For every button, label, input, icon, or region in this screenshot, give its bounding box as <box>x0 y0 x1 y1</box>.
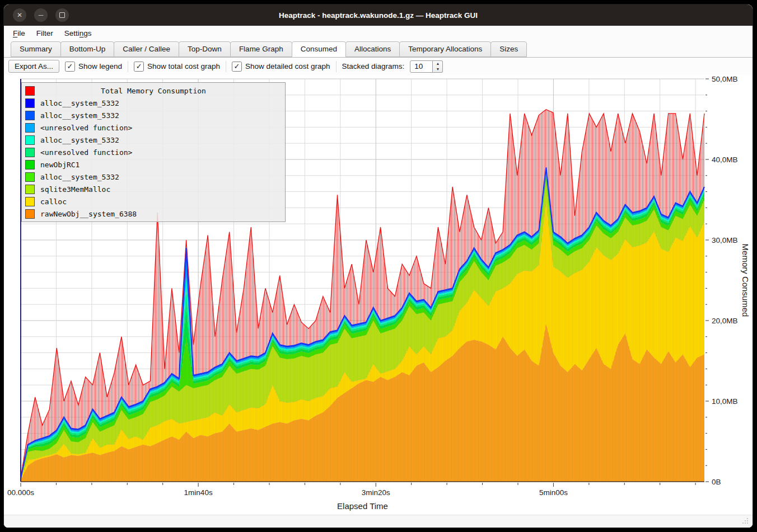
stacked-diagrams-spinbox[interactable]: 10 ▲ ▼ <box>410 60 443 73</box>
legend-item: alloc__system_5332 <box>22 97 285 109</box>
spin-down-icon[interactable]: ▼ <box>433 67 442 72</box>
spinbox-value[interactable]: 10 <box>410 60 433 73</box>
legend-title: Total Memory Consumption <box>40 87 267 95</box>
toolbar: Export As... ✓Show legend✓Show total cos… <box>4 58 753 75</box>
legend-item-label: alloc__system_5332 <box>40 136 119 144</box>
legend-item-label: <unresolved function> <box>40 148 132 157</box>
svg-text:50,0MB: 50,0MB <box>712 75 738 83</box>
legend-item: alloc__system_5332 <box>22 134 285 146</box>
tab-summary[interactable]: Summary <box>11 41 61 57</box>
legend-swatch <box>25 209 35 219</box>
legend-item-label: rawNewObj__system_6388 <box>40 210 137 218</box>
spin-up-icon[interactable]: ▲ <box>433 61 442 67</box>
app-window: ✕ ─ Heaptrack - heaptrack.wakunode.1.gz … <box>3 4 753 528</box>
legend-title-row: Total Memory Consumption <box>22 84 285 97</box>
legend-swatch <box>25 111 35 120</box>
svg-text:5min00s: 5min00s <box>539 488 568 497</box>
legend-swatch <box>25 135 35 145</box>
legend-item: newObjRC1 <box>22 158 285 171</box>
legend-swatch <box>25 98 35 108</box>
legend-item: calloc <box>22 195 285 208</box>
svg-text:1min40s: 1min40s <box>184 488 213 497</box>
legend-swatch <box>25 172 35 182</box>
svg-text:00.000s: 00.000s <box>7 488 34 497</box>
legend-item-label: alloc__system_5332 <box>40 99 119 107</box>
checkbox-box[interactable]: ✓ <box>65 62 75 72</box>
legend-item: <unresolved function> <box>22 121 285 134</box>
menu-item-file[interactable]: File <box>7 27 31 39</box>
minimize-icon: ─ <box>39 12 44 18</box>
menu-item-settings[interactable]: Settings <box>59 27 97 39</box>
menu-item-filter[interactable]: Filter <box>31 27 59 39</box>
legend-item-label: alloc__system_5332 <box>40 111 119 120</box>
legend-item-label: <unresolved function> <box>40 124 132 132</box>
legend-swatch <box>25 185 35 194</box>
checkbox-label: Show total cost graph <box>147 62 220 70</box>
legend-swatch <box>25 160 35 170</box>
tab-top-down[interactable]: Top-Down <box>179 41 231 57</box>
maximize-icon <box>59 12 65 18</box>
svg-text:Elapsed Time: Elapsed Time <box>337 501 388 511</box>
stacked-diagrams-label: Stacked diagrams: <box>342 62 405 70</box>
maximize-button[interactable] <box>55 8 69 22</box>
toolbar-separator <box>128 61 128 72</box>
svg-text:10,0MB: 10,0MB <box>712 397 738 406</box>
menu-bar: FileFilterSettings <box>4 26 753 40</box>
svg-text:20,0MB: 20,0MB <box>712 317 738 325</box>
checkbox-label: Show legend <box>78 62 122 70</box>
legend-swatch <box>25 197 35 206</box>
legend-item-label: calloc <box>40 197 67 206</box>
legend-item: alloc__system_5332 <box>22 171 285 183</box>
tab-temporary-allocations[interactable]: Temporary Allocations <box>399 41 491 57</box>
toolbar-separator <box>226 61 226 72</box>
tab-flame-graph[interactable]: Flame Graph <box>230 41 292 57</box>
legend-item: <unresolved function> <box>22 146 285 158</box>
svg-text:Memory Consumed: Memory Consumed <box>741 244 750 317</box>
toolbar-separator <box>336 61 337 72</box>
svg-text:0B: 0B <box>712 478 721 486</box>
tab-bottom-up[interactable]: Bottom-Up <box>60 41 115 57</box>
legend-item-label: sqlite3MemMalloc <box>40 185 110 194</box>
close-icon: ✕ <box>17 12 22 18</box>
svg-text:30,0MB: 30,0MB <box>712 236 738 244</box>
checkbox-show-detailed-cost-graph[interactable]: ✓Show detailed cost graph <box>232 62 330 72</box>
window-title: Heaptrack - heaptrack.wakunode.1.gz — He… <box>4 11 753 20</box>
chart-legend: Total Memory Consumptionalloc__system_53… <box>21 82 286 222</box>
tab-allocations[interactable]: Allocations <box>345 41 400 57</box>
legend-swatch <box>25 148 35 157</box>
legend-swatch <box>25 86 35 96</box>
checkbox-box[interactable]: ✓ <box>232 62 242 72</box>
memory-consumption-chart[interactable]: 0B10,0MB20,0MB30,0MB40,0MB50,0MB00.000s1… <box>4 75 753 515</box>
checkbox-box[interactable]: ✓ <box>134 62 144 72</box>
legend-item: alloc__system_5332 <box>22 109 285 121</box>
minimize-button[interactable]: ─ <box>34 8 48 22</box>
title-bar[interactable]: ✕ ─ Heaptrack - heaptrack.wakunode.1.gz … <box>4 4 753 26</box>
export-as-button[interactable]: Export As... <box>8 60 59 73</box>
close-button[interactable]: ✕ <box>13 8 26 22</box>
legend-item-label: alloc__system_5332 <box>40 173 119 181</box>
tab-bar: SummaryBottom-UpCaller / CalleeTop-DownF… <box>4 40 753 58</box>
legend-item: sqlite3MemMalloc <box>22 183 285 195</box>
tab-caller-callee[interactable]: Caller / Callee <box>114 41 179 57</box>
status-bar <box>4 515 753 528</box>
tab-sizes[interactable]: Sizes <box>490 41 527 57</box>
tab-consumed[interactable]: Consumed <box>292 41 346 58</box>
svg-text:40,0MB: 40,0MB <box>712 156 738 164</box>
resize-grip-icon[interactable] <box>742 518 749 525</box>
checkbox-label: Show detailed cost graph <box>245 62 330 70</box>
checkbox-show-total-cost-graph[interactable]: ✓Show total cost graph <box>134 62 220 72</box>
checkbox-show-legend[interactable]: ✓Show legend <box>65 62 122 72</box>
legend-item: rawNewObj__system_6388 <box>22 208 285 220</box>
legend-swatch <box>25 123 35 133</box>
svg-text:3min20s: 3min20s <box>362 488 390 497</box>
legend-item-label: newObjRC1 <box>40 161 80 169</box>
